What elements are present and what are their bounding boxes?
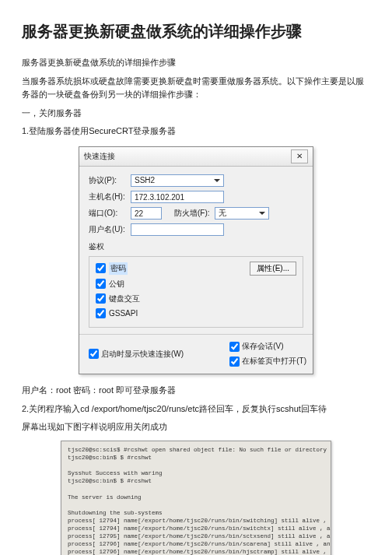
chevron-down-icon [214, 179, 220, 182]
user-label: 用户名(U): [89, 223, 131, 236]
auth-section-label: 鉴权 [89, 241, 303, 253]
protocol-label: 协议(P): [89, 174, 131, 187]
auth-pubkey-checkbox[interactable] [96, 279, 106, 289]
login-hint: 用户名：root 密码：root 即可登录服务器 [22, 384, 370, 398]
step-2-text: 2.关闭程序输入cd /export/home/tjsc20/runs/etc路… [22, 402, 370, 416]
auth-pubkey-label: 公钥 [109, 278, 124, 290]
auth-password-checkbox[interactable] [96, 263, 106, 273]
close-icon[interactable]: ✕ [291, 149, 308, 163]
subtitle: 服务器更换新硬盘做系统的详细操作步骤 [22, 56, 370, 70]
auth-gssapi-label: GSSAPI [109, 307, 138, 320]
port-label: 端口(O): [89, 207, 131, 220]
host-input[interactable]: 172.3.102.201 [131, 191, 224, 203]
intro-text: 当服务器系统损坏或硬盘故障需要更换新硬盘时需要重做服务器系统。以下操作主要是以服… [22, 75, 370, 102]
auth-gssapi-checkbox[interactable] [96, 308, 106, 318]
user-input[interactable] [131, 223, 224, 236]
page-title: 服务器更换新硬盘做系统的详细操作步骤 [22, 19, 370, 44]
dialog-title-text: 快速连接 [84, 150, 115, 163]
chevron-down-icon [259, 212, 265, 215]
protocol-select[interactable]: SSH2 [131, 174, 224, 187]
show-on-start-checkbox[interactable] [89, 349, 99, 359]
open-in-tab-label: 在标签页中打开(T) [242, 355, 306, 367]
auth-group: 密码 属性(E)... 公钥 键盘交互 GSSAPI [89, 256, 303, 328]
connect-dialog: 快速连接 ✕ 协议(P): SSH2 主机名(H): 172.3.102.201… [79, 146, 313, 374]
open-in-tab-checkbox[interactable] [229, 357, 240, 367]
firewall-label: 防火墙(F): [174, 207, 210, 220]
show-on-start-label: 启动时显示快速连接(W) [101, 348, 184, 360]
save-session-checkbox[interactable] [229, 342, 240, 352]
step-2b-text: 屏幕出现如下图字样说明应用关闭成功 [22, 420, 370, 434]
step-1-text: 1.登陆服务器使用SecureCRT登录服务器 [22, 125, 370, 139]
save-session-label: 保存会话(V) [242, 340, 283, 353]
auth-password-label: 密码 [109, 262, 128, 275]
properties-button[interactable]: 属性(E)... [250, 262, 296, 276]
auth-keyboard-checkbox[interactable] [96, 293, 106, 304]
host-label: 主机名(H): [89, 191, 131, 203]
firewall-select[interactable]: 无 [215, 207, 269, 220]
section-1-heading: 一，关闭服务器 [22, 107, 370, 121]
terminal-output: tjsc20@sc:scis$ #rcshwt open shared obje… [61, 441, 331, 555]
port-input[interactable]: 22 [131, 207, 162, 220]
auth-keyboard-label: 键盘交互 [109, 293, 140, 305]
